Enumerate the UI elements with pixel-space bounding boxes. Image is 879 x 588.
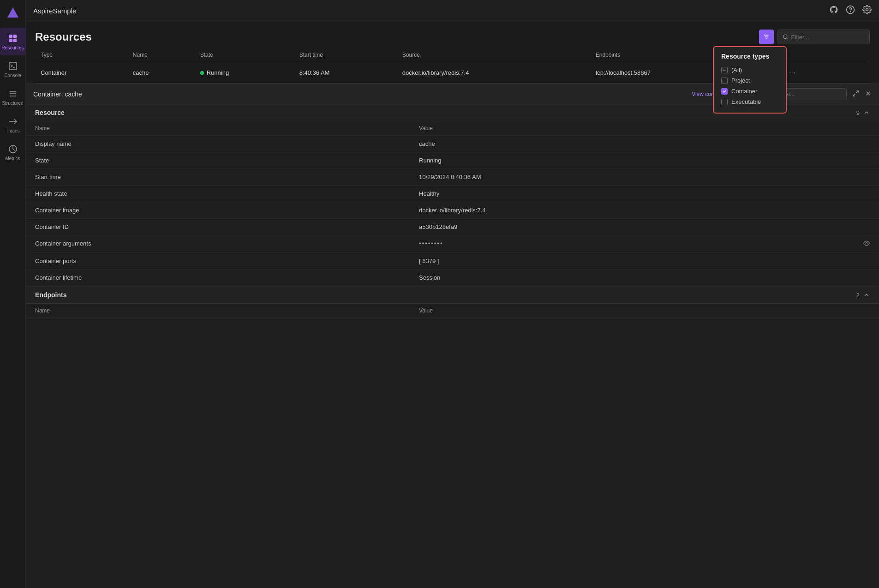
filter-toggle-button[interactable] <box>759 30 774 44</box>
settings-icon[interactable] <box>862 5 872 17</box>
sidebar-label-metrics: Metrics <box>5 156 20 161</box>
resources-icon <box>8 33 18 43</box>
svg-point-14 <box>866 9 868 11</box>
prop-container-args: Container arguments <box>26 235 410 253</box>
sidebar: Resources Console Structured Traces Metr… <box>0 0 26 588</box>
sidebar-label-traces: Traces <box>6 128 19 133</box>
sidebar-item-resources[interactable]: Resources <box>0 28 26 55</box>
row-name: cache <box>127 62 195 84</box>
svg-rect-4 <box>13 39 17 42</box>
row-type: Container <box>35 62 127 84</box>
checkbox-project <box>721 78 728 84</box>
resource-type-project[interactable]: Project <box>721 75 778 86</box>
topbar-icons <box>829 5 872 17</box>
col-state: State <box>195 48 294 62</box>
col-endpoint-name: Name <box>26 304 410 318</box>
structured-icon <box>8 89 18 99</box>
action-more-button[interactable]: ··· <box>789 69 795 77</box>
main-content: AspireSample Resources <box>26 0 879 588</box>
detail-row-state: State Running <box>26 152 879 169</box>
metrics-icon <box>8 144 18 154</box>
prop-container-id: Container ID <box>26 219 410 235</box>
status-dot <box>200 71 204 75</box>
detail-row-healthstate: Health state Healthy <box>26 186 879 202</box>
col-detail-value: Value <box>410 121 879 136</box>
svg-rect-1 <box>9 35 12 38</box>
checkbox-executable <box>721 99 728 105</box>
resource-detail-table: Name Value Display name cache State <box>26 121 879 286</box>
svg-rect-3 <box>9 39 12 42</box>
chevron-up-icon <box>863 109 870 116</box>
svg-point-13 <box>850 12 851 12</box>
resources-title: Resources <box>35 30 92 43</box>
svg-line-29 <box>853 94 855 96</box>
resource-type-all-label: (All) <box>731 66 742 73</box>
detail-title: Container: cache <box>33 90 82 98</box>
val-container-ports: [ 6379 ] <box>410 253 879 270</box>
resource-types-dropdown: Resource types (All) Project Container E… <box>713 46 787 114</box>
resource-type-executable[interactable]: Executable <box>721 96 778 107</box>
sidebar-label-structured: Structured <box>2 101 23 106</box>
reveal-args-button[interactable] <box>863 240 870 248</box>
val-container-args: •••••••• <box>410 235 879 253</box>
chevron-up-icon-endpoints <box>863 292 870 298</box>
row-source: docker.io/library/redis:7.4 <box>397 62 590 84</box>
detail-close-button[interactable] <box>865 90 872 98</box>
sidebar-label-resources: Resources <box>2 45 24 50</box>
resource-types-title: Resource types <box>721 53 778 60</box>
resources-header: Resources <box>26 22 879 48</box>
col-detail-name: Name <box>26 121 410 136</box>
val-container-id: a530b128efa9 <box>410 219 879 235</box>
val-state: Running <box>410 152 879 169</box>
prop-start-time: Start time <box>26 169 410 186</box>
row-starttime: 8:40:36 AM <box>294 62 397 84</box>
detail-section-endpoints: Endpoints 2 Name Value <box>26 287 879 318</box>
val-display-name: cache <box>410 136 879 152</box>
detail-filter-input[interactable] <box>778 91 843 97</box>
filter-input[interactable] <box>791 34 865 41</box>
col-name: Name <box>127 48 195 62</box>
detail-row-displayname: Display name cache <box>26 136 879 152</box>
sidebar-item-metrics[interactable]: Metrics <box>0 138 26 166</box>
detail-row-containerid: Container ID a530b128efa9 <box>26 219 879 235</box>
resource-type-container-label: Container <box>731 88 757 95</box>
traces-icon <box>8 116 18 126</box>
help-icon[interactable] <box>846 5 855 17</box>
resource-type-executable-label: Executable <box>731 98 761 105</box>
resource-type-container[interactable]: Container <box>721 86 778 96</box>
github-icon[interactable] <box>829 5 838 17</box>
col-starttime: Start time <box>294 48 397 62</box>
col-endpoint-value: Value <box>410 304 879 318</box>
val-container-lifetime: Session <box>410 270 879 286</box>
detail-expand-button[interactable] <box>852 90 859 98</box>
sidebar-item-traces[interactable]: Traces <box>0 111 26 138</box>
app-logo <box>0 0 26 26</box>
detail-section-resource-count: 9 <box>856 109 870 116</box>
console-icon <box>8 61 18 71</box>
app-name: AspireSample <box>33 7 76 15</box>
masked-args: •••••••• <box>419 240 443 247</box>
sidebar-item-console[interactable]: Console <box>0 55 26 83</box>
detail-content: Resource 9 Name Value <box>26 104 879 588</box>
prop-display-name: Display name <box>26 136 410 152</box>
val-container-image: docker.io/library/redis:7.4 <box>410 202 879 219</box>
detail-section-endpoints-header[interactable]: Endpoints 2 <box>26 287 879 304</box>
sidebar-item-structured[interactable]: Structured <box>0 83 26 111</box>
prop-health-state: Health state <box>26 186 410 202</box>
col-source: Source <box>397 48 590 62</box>
row-state: Running <box>195 62 294 84</box>
detail-section-resource-title: Resource <box>35 109 65 116</box>
detail-row-starttime: Start time 10/29/2024 8:40:36 AM <box>26 169 879 186</box>
prop-container-image: Container image <box>26 202 410 219</box>
resources-area: Resources Type Name State <box>26 22 879 588</box>
prop-container-lifetime: Container lifetime <box>26 270 410 286</box>
resource-type-all[interactable]: (All) <box>721 65 778 75</box>
resource-count: 9 <box>856 109 860 116</box>
resources-toolbar <box>759 30 870 44</box>
svg-rect-2 <box>13 35 17 38</box>
topbar: AspireSample <box>26 0 879 22</box>
svg-point-18 <box>783 35 787 38</box>
endpoints-count: 2 <box>856 292 860 299</box>
detail-row-containerports: Container ports [ 6379 ] <box>26 253 879 270</box>
svg-line-28 <box>856 90 858 92</box>
